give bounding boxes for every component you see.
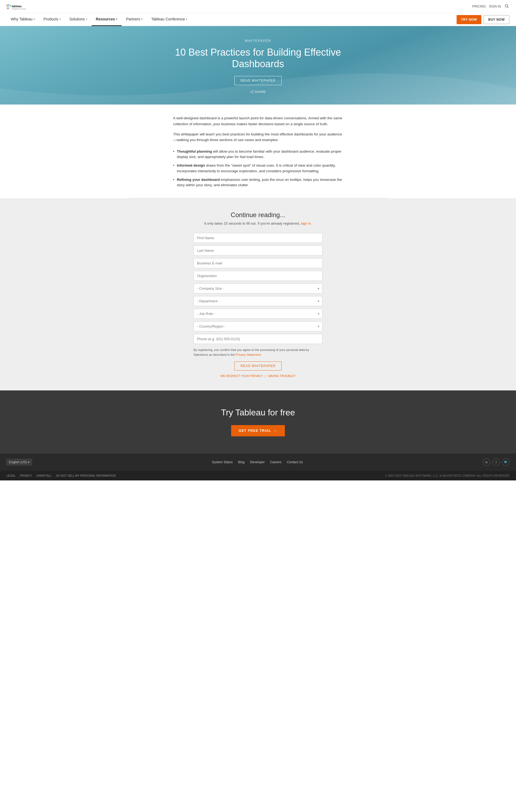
svg-rect-6 [7, 8, 7, 9]
main-nav: Why Tableau ▾ Products ▾ Solutions ▾ Res… [0, 13, 516, 26]
svg-point-15 [253, 93, 253, 93]
search-button[interactable] [504, 3, 510, 10]
company-size-select[interactable]: - Company Size - [194, 284, 322, 293]
department-field: - Department - [194, 296, 322, 306]
org-field [194, 271, 322, 281]
form-title: Continue reading... [194, 211, 322, 219]
logo[interactable]: tableau A Salesforce Company [6, 2, 31, 11]
nav-item-conference[interactable]: Tableau Conference ▾ [147, 13, 192, 26]
bullet-refining-dashboard: Refining your dashboard emphasizes user … [173, 175, 343, 190]
hero-title: 10 Best Practices for Building Effective… [164, 47, 352, 69]
footer-nav-links: System Status Blog Developer Careers Con… [212, 460, 303, 464]
form-container: Continue reading... It only takes 15 sec… [194, 211, 322, 378]
svg-point-16 [251, 92, 251, 92]
form-footer-links: WE RESPECT YOUR PRIVACY | HAVING TROUBLE… [194, 374, 322, 378]
footer-copyright: © 2003-2022 TABLEAU SOFTWARE, LLC, A SAL… [385, 474, 510, 477]
svg-rect-7 [7, 8, 8, 8]
form-subtitle: It only takes 15 seconds to fill out. If… [194, 222, 322, 226]
email-input[interactable] [194, 258, 322, 268]
form-submit-wrap: READ WHITEPAPER [194, 361, 322, 374]
cta-title: Try Tableau for free [6, 408, 510, 417]
buy-now-button[interactable]: BUY NOW [484, 15, 510, 24]
footer-link-careers[interactable]: Careers [270, 460, 282, 464]
language-selector[interactable]: English (US) ▾ [6, 459, 32, 465]
footer-social-links: in f 🐦 [483, 458, 510, 466]
footer-bottom: LEGAL PRIVACY UNINSTALL DO NOT SELL MY P… [0, 471, 516, 481]
svg-rect-5 [10, 5, 11, 6]
nav-item-solutions[interactable]: Solutions ▾ [65, 13, 92, 26]
privacy-text: By registering, you confirm that you agr… [194, 348, 322, 357]
first-name-field [194, 233, 322, 243]
footer-uninstall-link[interactable]: UNINSTALL [36, 474, 52, 477]
footer-link-system-status[interactable]: System Status [212, 460, 233, 464]
chevron-down-icon: ▾ [116, 18, 117, 21]
nav-item-products[interactable]: Products ▾ [39, 13, 65, 26]
svg-rect-4 [10, 5, 11, 7]
search-icon [505, 4, 509, 8]
chevron-down-icon: ▾ [186, 18, 187, 21]
try-now-button[interactable]: TRY NOW [457, 15, 481, 24]
chevron-down-icon: ▾ [28, 460, 30, 464]
free-trial-button[interactable]: GET FREE TRIAL [231, 425, 285, 436]
content-section: A well-designed dashboard is a powerful … [167, 105, 349, 198]
footer-link-developer[interactable]: Developer [250, 460, 265, 464]
svg-point-14 [253, 91, 253, 91]
privacy-link[interactable]: WE RESPECT YOUR PRIVACY [221, 374, 263, 378]
top-bar-right: PRICING SIGN IN [472, 3, 510, 10]
svg-rect-1 [6, 5, 8, 5]
last-name-input[interactable] [194, 245, 322, 256]
cta-section: Try Tableau for free GET FREE TRIAL [0, 390, 516, 454]
email-field [194, 258, 322, 268]
content-bullets: Thoughtful planning will allow you to be… [173, 147, 343, 190]
footer-privacy-link[interactable]: PRIVACY [20, 474, 32, 477]
privacy-statement-link[interactable]: Privacy Statement. [236, 353, 262, 356]
footer-legal-link[interactable]: LEGAL [6, 474, 16, 477]
svg-text:tableau: tableau [12, 5, 22, 8]
phone-input[interactable] [194, 334, 322, 344]
twitter-icon[interactable]: 🐦 [502, 458, 510, 466]
svg-point-12 [505, 4, 508, 7]
country-field: - Country/Region - [194, 321, 322, 331]
logo-area: tableau A Salesforce Company [6, 2, 31, 11]
nav-item-resources[interactable]: Resources ▾ [92, 13, 122, 26]
form-read-whitepaper-button[interactable]: READ WHITEPAPER [234, 361, 282, 371]
facebook-icon[interactable]: f [492, 458, 500, 466]
bullet-thoughtful-planning: Thoughtful planning will allow you to be… [173, 147, 343, 162]
signin-link[interactable]: SIGN IN [489, 5, 501, 8]
svg-line-18 [251, 92, 253, 93]
chevron-down-icon: ▾ [86, 18, 87, 21]
footer-mid: English (US) ▾ System Status Blog Develo… [0, 454, 516, 471]
country-select[interactable]: - Country/Region - [194, 321, 322, 331]
top-bar: tableau A Salesforce Company PRICING SIG… [0, 0, 516, 13]
nav-item-why-tableau[interactable]: Why Tableau ▾ [6, 13, 39, 26]
having-trouble-link[interactable]: HAVING TROUBLE? [268, 374, 295, 378]
nav-item-partners[interactable]: Partners ▾ [122, 13, 147, 26]
nav-cta: TRY NOW BUY NOW [457, 15, 510, 24]
svg-line-13 [508, 7, 509, 8]
svg-rect-9 [8, 8, 9, 9]
department-select[interactable]: - Department - [194, 296, 322, 306]
svg-text:A Salesforce Company: A Salesforce Company [12, 8, 26, 10]
linkedin-icon[interactable]: in [483, 458, 490, 466]
last-name-field [194, 245, 322, 256]
first-name-input[interactable] [194, 233, 322, 243]
pricing-link[interactable]: PRICING [472, 5, 486, 8]
company-size-field: - Company Size - [194, 284, 322, 293]
chevron-down-icon: ▾ [59, 18, 61, 21]
sign-in-link[interactable]: sign in. [301, 222, 312, 226]
phone-field [194, 334, 322, 344]
content-para1: A well-designed dashboard is a powerful … [173, 115, 343, 127]
nav-items: Why Tableau ▾ Products ▾ Solutions ▾ Res… [6, 13, 192, 26]
job-role-field: - Job Role - [194, 309, 322, 319]
share-icon [250, 90, 253, 93]
footer-do-not-sell-link[interactable]: DO NOT SELL MY PERSONAL INFORMATION [56, 474, 116, 477]
tableau-logo-graphic: tableau A Salesforce Company [6, 4, 26, 10]
footer-link-contact[interactable]: Contact Us [287, 460, 303, 464]
read-whitepaper-hero-button[interactable]: READ WHITEPAPER [234, 76, 282, 85]
org-input[interactable] [194, 271, 322, 281]
chevron-down-icon: ▾ [141, 18, 143, 21]
share-button[interactable]: SHARE [250, 90, 265, 94]
job-role-select[interactable]: - Job Role - [194, 309, 322, 319]
content-para2: This whitepaper will teach you best prac… [173, 132, 343, 143]
footer-link-blog[interactable]: Blog [238, 460, 245, 464]
